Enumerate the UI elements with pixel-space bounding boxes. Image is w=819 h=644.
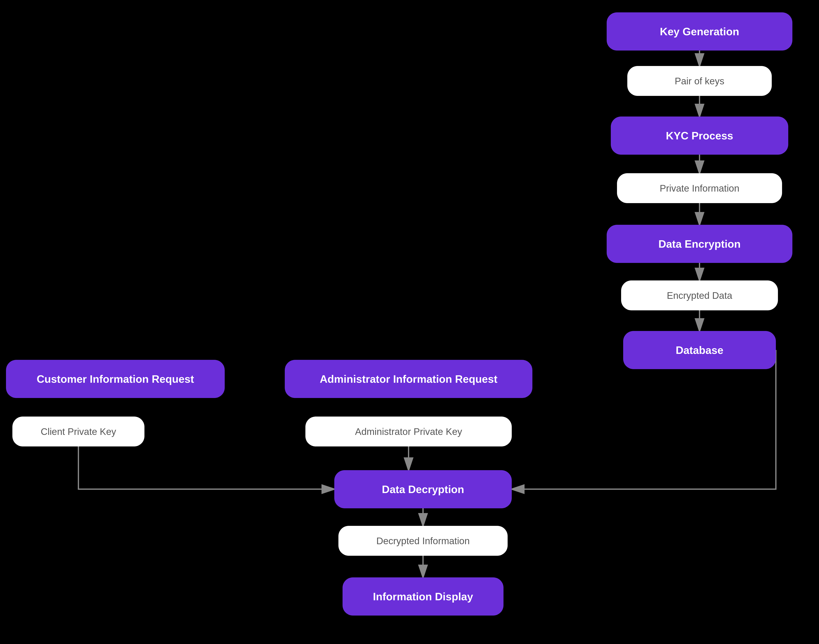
client-private-key-label: Client Private Key (41, 426, 116, 437)
database-label: Database (676, 344, 723, 356)
key-generation-label: Key Generation (660, 25, 739, 38)
client-private-key-node: Client Private Key (12, 417, 144, 446)
private-information-label: Private Information (660, 183, 739, 194)
encrypted-data-node: Encrypted Data (621, 281, 778, 310)
pair-of-keys-node: Pair of keys (627, 66, 772, 96)
encrypted-data-label: Encrypted Data (667, 290, 732, 301)
pair-of-keys-label: Pair of keys (675, 75, 724, 87)
information-display-label: Information Display (373, 590, 473, 603)
key-generation-node: Key Generation (607, 12, 792, 51)
data-decryption-node: Data Decryption (334, 470, 512, 508)
kyc-process-node: KYC Process (611, 117, 788, 155)
kyc-process-label: KYC Process (666, 129, 733, 142)
decrypted-information-label: Decrypted Information (376, 535, 470, 546)
database-node: Database (623, 331, 776, 369)
data-encryption-label: Data Encryption (658, 238, 741, 250)
data-decryption-label: Data Decryption (382, 483, 464, 495)
admin-info-request-node: Administrator Information Request (285, 360, 532, 398)
admin-private-key-label: Administrator Private Key (355, 426, 462, 437)
admin-private-key-node: Administrator Private Key (306, 417, 512, 446)
private-information-node: Private Information (617, 173, 782, 203)
admin-info-request-label: Administrator Information Request (320, 373, 498, 385)
customer-info-request-node: Customer Information Request (6, 360, 225, 398)
information-display-node: Information Display (343, 577, 504, 616)
data-encryption-node: Data Encryption (607, 225, 792, 263)
customer-info-request-label: Customer Information Request (37, 373, 194, 385)
decrypted-information-node: Decrypted Information (338, 526, 508, 556)
